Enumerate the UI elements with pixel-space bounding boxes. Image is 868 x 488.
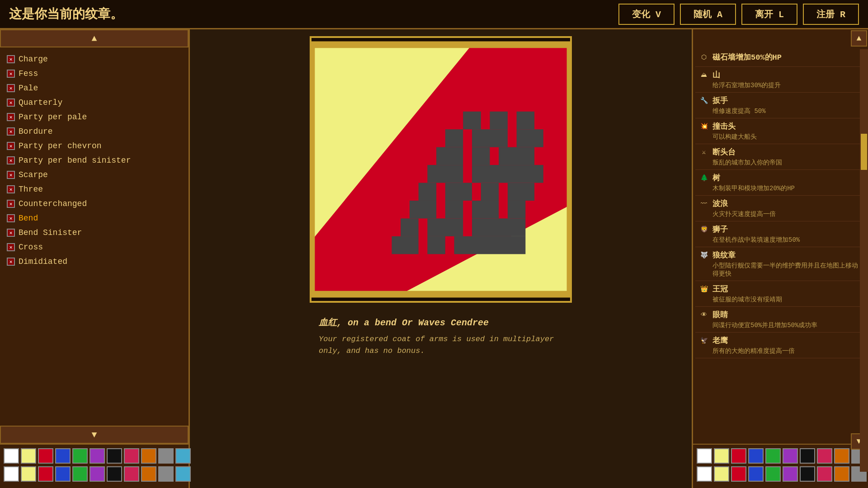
top-btn-register[interactable]: 注册 R <box>803 4 859 25</box>
color-swatch-l2-3[interactable] <box>55 466 71 482</box>
svg-rect-8 <box>517 129 543 147</box>
color-swatch-r2-0[interactable] <box>697 466 712 482</box>
color-swatch-r2-7[interactable] <box>817 466 832 482</box>
color-swatch-l1-8[interactable] <box>141 448 156 464</box>
color-swatch-l1-5[interactable] <box>90 448 105 464</box>
left-list-item-13[interactable]: ✕Cross <box>2 240 186 254</box>
left-list-item-3[interactable]: ✕Quarterly <box>2 95 186 110</box>
left-list-item-14[interactable]: ✕Dimidiated <box>2 254 186 269</box>
list-container: ✕Charge✕Fess✕Pale✕Quarterly✕Party per pa… <box>0 47 189 426</box>
svg-rect-25 <box>392 236 419 254</box>
color-swatch-r2-6[interactable] <box>800 466 815 482</box>
left-list-item-2[interactable]: ✕Pale <box>2 81 186 95</box>
color-swatch-r1-5[interactable] <box>783 448 798 464</box>
color-swatch-l1-3[interactable] <box>55 448 71 464</box>
color-swatch-l2-9[interactable] <box>158 466 174 482</box>
left-list-item-1[interactable]: ✕Fess <box>2 66 186 81</box>
color-swatch-r2-3[interactable] <box>748 466 764 482</box>
list-item-icon: ✕ <box>7 258 15 266</box>
list-item-icon: ✕ <box>7 127 15 136</box>
list-item-label: Party per bend sinister <box>19 156 131 165</box>
left-list-item-7[interactable]: ✕Party per bend sinister <box>2 153 186 168</box>
color-swatch-l2-0[interactable] <box>4 466 19 482</box>
color-swatch-l1-1[interactable] <box>21 448 36 464</box>
right-list-item-2: 🔧扳手维修速度提高 50% <box>695 93 866 118</box>
color-swatch-l1-4[interactable] <box>72 448 88 464</box>
top-btn-mutate[interactable]: 变化 V <box>618 4 675 25</box>
right-item-header: 🔧扳手 <box>699 95 862 106</box>
color-swatch-r1-2[interactable] <box>731 448 746 464</box>
color-swatch-l1-2[interactable] <box>38 448 53 464</box>
left-list-item-4[interactable]: ✕Party per pale <box>2 110 186 124</box>
right-item-header: ⚔断头台 <box>699 147 862 157</box>
color-swatch-l1-6[interactable] <box>107 448 122 464</box>
right-item-header: ⬡磁石墙增加50%的HP <box>699 52 862 62</box>
color-swatch-l1-10[interactable] <box>175 448 191 464</box>
color-swatch-r1-7[interactable] <box>817 448 832 464</box>
color-swatch-r1-3[interactable] <box>748 448 764 464</box>
right-list-item-0: ⬡磁石墙增加50%的HP <box>695 49 866 67</box>
color-swatch-l2-10[interactable] <box>175 466 191 482</box>
left-list-item-8[interactable]: ✕Scarpe <box>2 168 186 182</box>
svg-rect-20 <box>472 201 499 218</box>
left-list-item-5[interactable]: ✕Bordure <box>2 124 186 139</box>
list-item-label: Party per pale <box>19 113 87 122</box>
left-list-item-6[interactable]: ✕Party per chevron <box>2 139 186 153</box>
right-list-item-6: 〰波浪火灾扑灭速度提高一倍 <box>695 196 866 221</box>
color-swatch-r1-8[interactable] <box>834 448 849 464</box>
color-swatch-l1-9[interactable] <box>158 448 174 464</box>
heraldry-svg <box>311 38 570 301</box>
list-scroll-down[interactable]: ▼ <box>0 426 189 444</box>
color-swatch-l2-1[interactable] <box>21 466 36 482</box>
top-btn-random[interactable]: 随机 A <box>680 4 736 25</box>
color-swatch-l2-5[interactable] <box>90 466 105 482</box>
left-list-item-9[interactable]: ✕Three <box>2 182 186 197</box>
color-swatch-r1-4[interactable] <box>765 448 781 464</box>
right-scrollbar[interactable] <box>860 49 868 472</box>
list-item-icon: ✕ <box>7 99 15 107</box>
right-item-title: 撞击头 <box>712 121 736 131</box>
right-item-desc: 可以构建大船头 <box>699 133 862 141</box>
color-swatch-r1-6[interactable] <box>800 448 815 464</box>
svg-rect-17 <box>508 183 534 201</box>
right-list-item-5: 🌲树木制装甲和模块增加20%的HP <box>695 170 866 196</box>
right-item-header: 🌲树 <box>699 173 862 183</box>
color-swatch-r2-2[interactable] <box>731 466 746 482</box>
right-item-icon: 🦅 <box>699 336 709 346</box>
list-item-label: Bordure <box>19 127 53 136</box>
center-panel: 血红, on a bend Or Waves Cendree Your regi… <box>190 29 692 488</box>
left-list-item-0[interactable]: ✕Charge <box>2 52 186 66</box>
right-item-header: 🦁狮子 <box>699 224 862 235</box>
right-list-item-10: 👁眼睛间谍行动便宜50%并且增加50%成功率 <box>695 307 866 333</box>
list-item-icon: ✕ <box>7 156 15 164</box>
left-list-item-10[interactable]: ✕Counterchanged <box>2 197 186 211</box>
right-scroll-up[interactable]: ▲ <box>851 30 867 47</box>
right-item-header: 👑王冠 <box>699 284 862 294</box>
color-swatch-l2-2[interactable] <box>38 466 53 482</box>
color-swatch-l2-8[interactable] <box>141 466 156 482</box>
color-swatch-l2-6[interactable] <box>107 466 122 482</box>
svg-rect-27 <box>454 236 526 254</box>
right-item-icon: 💥 <box>699 122 709 131</box>
coat-container <box>310 36 572 303</box>
left-list-item-12[interactable]: ✕Bend Sinister <box>2 225 186 240</box>
list-scroll-up[interactable]: ▲ <box>0 29 189 47</box>
top-bar: 这是你当前的纹章。 变化 V随机 A离开 L注册 R <box>0 0 868 29</box>
color-swatch-l1-0[interactable] <box>4 448 19 464</box>
top-btn-leave[interactable]: 离开 L <box>741 4 797 25</box>
color-swatch-r2-1[interactable] <box>714 466 729 482</box>
list-item-icon: ✕ <box>7 142 15 150</box>
color-swatch-r2-4[interactable] <box>765 466 781 482</box>
right-scroll-thumb <box>861 134 867 170</box>
left-list-item-11[interactable]: ✕Bend <box>2 211 186 225</box>
right-item-title: 老鹰 <box>712 335 728 346</box>
list-item-label: Bend Sinister <box>19 228 82 237</box>
right-item-icon: 🔧 <box>699 96 709 106</box>
color-swatch-l1-7[interactable] <box>124 448 139 464</box>
color-swatch-r1-0[interactable] <box>697 448 712 464</box>
color-swatch-l2-4[interactable] <box>72 466 88 482</box>
color-swatch-l2-7[interactable] <box>124 466 139 482</box>
color-swatch-r2-5[interactable] <box>783 466 798 482</box>
color-swatch-r2-8[interactable] <box>834 466 849 482</box>
color-swatch-r1-1[interactable] <box>714 448 729 464</box>
